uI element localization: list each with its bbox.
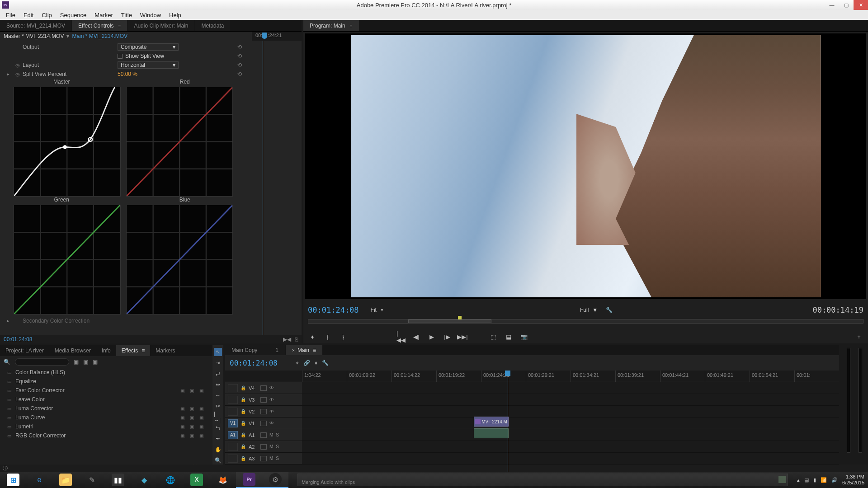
play-button[interactable]: ▶ [427, 332, 436, 341]
tray-clock[interactable]: 1:38 PM 6/25/2015 [842, 474, 864, 486]
zoom-tool[interactable]: 🔍 [214, 456, 222, 465]
tab-source[interactable]: Source: MVI_2214.MOV [0, 20, 71, 31]
effect-item[interactable]: ▭Equalize [0, 377, 212, 386]
reset-icon[interactable]: ⟲ [237, 62, 242, 68]
reset-icon[interactable]: ⟲ [237, 44, 242, 50]
export-frame-icon[interactable]: ⎘ [295, 336, 298, 343]
close-icon[interactable]: × [292, 348, 295, 353]
effects-search-input[interactable] [15, 358, 69, 366]
mute-toggle[interactable] [260, 385, 267, 391]
curve-red[interactable] [126, 87, 233, 197]
prop-layout-dropdown[interactable]: Horizontal▾ [118, 61, 179, 69]
lift-button[interactable]: ⬚ [489, 332, 498, 341]
mute-toggle[interactable] [260, 421, 267, 426]
track-header-a3[interactable]: 🔒A3MS [225, 453, 302, 465]
mute-toggle[interactable] [260, 409, 267, 414]
tab-info[interactable]: Info [96, 345, 116, 356]
track-header-v4[interactable]: 🔒V4👁 [225, 382, 302, 394]
ec-footer-timecode[interactable]: 00:01:24:08 [4, 336, 32, 343]
menu-clip[interactable]: Clip [38, 12, 56, 19]
step-back-button[interactable]: ◀| [412, 332, 421, 341]
lock-icon[interactable]: 🔒 [241, 409, 246, 414]
linked-selection-icon[interactable]: 🔗 [303, 360, 310, 366]
track-header-v3[interactable]: 🔒V3👁 [225, 394, 302, 406]
slip-tool[interactable]: |↔| [214, 413, 222, 421]
filter-accelerated-icon[interactable]: ▣ [74, 359, 79, 365]
source-patch-v1[interactable]: V1 [228, 419, 238, 427]
source-patch-a1[interactable]: A1 [228, 431, 238, 439]
filter-32bit-icon[interactable]: ▣ [83, 359, 88, 365]
timeline-settings-icon[interactable]: 🔧 [322, 360, 329, 366]
mute-toggle[interactable] [260, 444, 267, 450]
taskbar-excel[interactable]: X [184, 472, 210, 488]
effect-item[interactable]: ▭Color Balance (HLS) [0, 368, 212, 377]
mute-toggle[interactable] [260, 456, 267, 461]
track-header-v1[interactable]: V1🔒V1👁 [225, 418, 302, 429]
snap-icon[interactable]: ⌖ [296, 360, 299, 366]
go-to-in-button[interactable]: |◀◀ [396, 332, 406, 341]
ripple-edit-tool[interactable]: ⇄ [214, 370, 222, 378]
menu-help[interactable]: Help [165, 12, 185, 19]
program-timecode-right[interactable]: 00:00:14:19 [812, 305, 863, 314]
selection-tool[interactable]: ↖ [214, 348, 222, 356]
tab-audio-clip-mixer[interactable]: Audio Clip Mixer: Main [127, 20, 194, 31]
step-forward-button[interactable]: |▶ [443, 332, 452, 341]
stopwatch-icon[interactable]: ◷ [15, 71, 20, 77]
effect-item[interactable]: ▭Luma Curve▣▣▣ [0, 413, 212, 422]
ec-playhead[interactable] [262, 33, 267, 39]
effect-item[interactable]: ▭Leave Color [0, 395, 212, 404]
lock-icon[interactable]: 🔒 [241, 397, 246, 402]
resolution-dropdown[interactable]: Full▼ [580, 307, 598, 313]
panel-menu-icon[interactable]: ≡ [118, 23, 121, 28]
reset-icon[interactable]: ⟲ [237, 71, 242, 77]
add-marker-icon[interactable]: ♦ [315, 360, 317, 366]
video-clip[interactable]: MVI_2214.M [474, 417, 509, 427]
taskbar-obs[interactable]: ⚙ [262, 472, 288, 488]
program-work-area[interactable] [408, 319, 491, 323]
menu-marker[interactable]: Marker [90, 12, 117, 19]
tray-up-icon[interactable]: ▴ [797, 477, 800, 483]
eye-icon[interactable]: 👁 [269, 421, 274, 426]
menu-window[interactable]: Window [136, 12, 165, 19]
pen-tool[interactable]: ✒ [214, 435, 222, 443]
ec-master-clip[interactable]: Master * MVI_2214.MOV [4, 33, 64, 39]
rate-stretch-tool[interactable]: ↔ [214, 391, 222, 399]
tab-metadata[interactable]: Metadata [195, 20, 230, 31]
effect-item[interactable]: ▭Fast Color Corrector▣▣▣ [0, 386, 212, 395]
taskbar-preview[interactable]: Merging Audio with clips [297, 474, 788, 486]
export-frame-button[interactable]: 📷 [519, 332, 528, 341]
reset-icon[interactable]: ⟲ [237, 53, 242, 59]
add-marker-button[interactable]: ♦ [308, 332, 317, 341]
lock-icon[interactable]: 🔒 [241, 421, 246, 426]
program-scrubber[interactable] [303, 319, 868, 330]
ec-mini-timeline[interactable]: 00:01:24:21 [252, 32, 302, 41]
slide-tool[interactable]: ⇆ [214, 424, 222, 432]
effect-item[interactable]: ▭Luma Corrector▣▣▣ [0, 404, 212, 413]
filter-yuv-icon[interactable]: ▣ [93, 359, 98, 365]
program-timecode-left[interactable]: 00:01:24:08 [308, 305, 359, 314]
taskbar-app1[interactable]: ✎ [79, 472, 105, 488]
expand-icon[interactable]: ▸ [7, 319, 9, 323]
program-marker[interactable] [458, 316, 462, 319]
tab-effect-controls[interactable]: Effect Controls≡ [72, 20, 127, 31]
ec-sequence-clip[interactable]: Main * MVI_2214.MOV [72, 33, 127, 39]
timeline-timecode[interactable]: 00:01:24:08 [230, 359, 278, 367]
tab-effects[interactable]: Effects≡ [116, 345, 150, 356]
tab-markers[interactable]: Markers [150, 345, 180, 356]
curve-master[interactable] [14, 87, 121, 197]
panel-menu-icon[interactable]: ≡ [313, 347, 316, 353]
prop-split-percent-value[interactable]: 50.00 % [118, 71, 137, 77]
audio-clip[interactable] [474, 428, 509, 438]
curve-green[interactable] [14, 205, 121, 314]
mute-toggle[interactable] [260, 432, 267, 438]
effect-item[interactable]: ▭RGB Color Corrector▣▣▣ [0, 431, 212, 440]
taskbar-premiere[interactable]: Pr [236, 472, 262, 488]
extract-button[interactable]: ⬓ [504, 332, 513, 341]
timeline-playhead[interactable] [508, 371, 508, 472]
timeline-ruler[interactable]: 1:04:22 00:01:09:22 00:01:14:22 00:01:19… [225, 371, 839, 382]
eye-icon[interactable]: 👁 [269, 397, 274, 402]
menu-sequence[interactable]: Sequence [56, 12, 91, 19]
eye-icon[interactable]: 👁 [269, 409, 274, 414]
track-select-tool[interactable]: ⇥ [214, 359, 222, 367]
prop-output-dropdown[interactable]: Composite▾ [118, 43, 179, 51]
